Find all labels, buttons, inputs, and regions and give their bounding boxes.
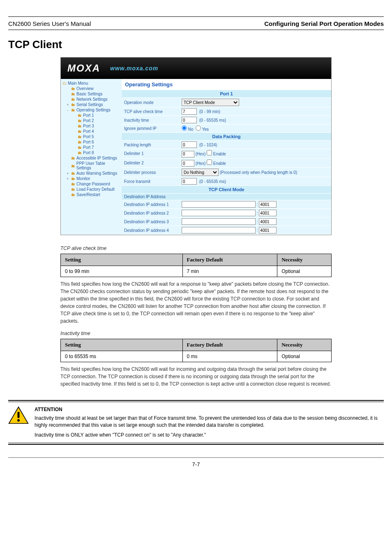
ft-input[interactable] [182, 178, 197, 185]
sidebar-item[interactable]: 🖿Network Settings [61, 97, 122, 102]
op-mode-select[interactable]: TCP Client Mode [182, 99, 239, 106]
folder-icon: 🖿 [71, 164, 75, 168]
folder-icon: 🖿 [78, 124, 82, 128]
moxa-logo: MOXA [67, 62, 100, 74]
alive-input[interactable] [182, 108, 197, 115]
attention-p1: Inactivity time should at least be set l… [35, 415, 384, 429]
d1-enable-checkbox[interactable] [207, 150, 212, 155]
dest-label: Destination IP address 2 [122, 209, 179, 217]
sidebar-item-label: Load Factory Default [76, 187, 115, 192]
sidebar-item-label: Auto Warning Settings [76, 171, 117, 176]
th-setting: Setting [61, 339, 183, 351]
th-default: Factory Default [182, 339, 277, 351]
dp-select[interactable]: Do Nothing [182, 169, 219, 176]
sidebar-item[interactable]: 🖿Change Password [61, 181, 122, 187]
folder-icon: 🖿 [71, 171, 75, 176]
sidebar-item[interactable]: 🖿Basic Settings [61, 91, 122, 97]
folder-icon: 🖿 [71, 192, 75, 197]
attention-p2: Inactivity time is ONLY active when "TCP… [35, 432, 384, 439]
dest-ip-input[interactable] [182, 218, 256, 225]
sidebar-item-label: Port 5 [83, 134, 94, 139]
client-header: TCP Client Mode [122, 186, 331, 194]
th-necessity: Necessity [277, 254, 332, 266]
sidebar-item-label: Operating Settings [76, 108, 111, 112]
folder-icon: 🖿 [78, 145, 82, 150]
sidebar-item[interactable]: 🖿Save/Restart [61, 192, 122, 197]
sidebar-item-label: Port 6 [83, 140, 94, 144]
section-name: Configuring Serial Port Operation Modes [264, 20, 384, 27]
jammed-yes-radio[interactable] [196, 125, 201, 131]
inactivity-table: Setting Factory Default Necessity 0 to 6… [60, 339, 332, 362]
sidebar-item[interactable]: 🖿Load Factory Default [61, 187, 122, 192]
dp-label: Delimiter process [122, 168, 179, 177]
d1-input[interactable] [182, 151, 194, 157]
sidebar-item[interactable]: 🖿Port 2 [61, 118, 122, 123]
alive-check-table: Setting Factory Default Necessity 0 to 9… [60, 254, 332, 277]
sidebar-root[interactable]: 🗀Main Menu [61, 81, 122, 86]
sidebar-item-label: Change Password [76, 182, 110, 186]
section-title: TCP Client [8, 38, 384, 51]
sidebar-item-label: Overview [76, 86, 94, 91]
dest-ip-input[interactable] [182, 227, 256, 234]
folder-icon: 🖿 [78, 113, 82, 118]
jammed-no-radio[interactable] [182, 125, 187, 131]
dest-port-input[interactable] [259, 227, 277, 234]
d2-input[interactable] [182, 160, 194, 166]
svg-rect-1 [18, 412, 20, 418]
ft-label: Force transmit [122, 177, 179, 186]
folder-icon: 🖿 [71, 176, 75, 181]
folder-icon: 🖿 [78, 140, 82, 144]
sidebar-item-label: Port 3 [83, 124, 94, 128]
sidebar-item[interactable]: +🖿Auto Warning Settings [61, 171, 122, 176]
warning-icon [8, 406, 29, 426]
sidebar-item[interactable]: 🖿Port 7 [61, 145, 122, 150]
sidebar-item[interactable]: 🖿Port 4 [61, 129, 122, 134]
dest-port-input[interactable] [259, 210, 277, 216]
dest-ip-input[interactable] [182, 201, 256, 208]
para-alive-check: This field specifies how long the CN2600… [60, 280, 332, 325]
port-header: Port 1 [122, 90, 331, 98]
product-name: CN2600 Series User's Manual [8, 20, 91, 27]
inact-input[interactable] [182, 117, 197, 123]
attention-head: ATTENTION [35, 406, 384, 413]
sidebar-item[interactable]: 🖿Accessible IP Settings [61, 155, 122, 161]
folder-icon: 🖿 [78, 134, 82, 139]
sidebar-item-label: Basic Settings [76, 92, 102, 96]
sidebar-item[interactable]: +🖿Monitor [61, 176, 122, 181]
sidebar-item-label: Save/Restart [76, 192, 100, 197]
dest-port-input[interactable] [259, 201, 277, 208]
main-panel: Operating Settings Port 1 Operation mode… [122, 79, 331, 235]
table1-lead: TCP alive check time [60, 245, 332, 251]
d2-label: Delimiter 2 [122, 158, 179, 168]
sidebar-item[interactable]: 🖿Port 6 [61, 139, 122, 145]
dest-port-input[interactable] [259, 218, 277, 225]
app-header: MOXA www.moxa.com [61, 58, 331, 79]
folder-icon: 🖿 [78, 150, 82, 155]
folder-icon: 🗀 [62, 81, 67, 86]
dest-label: Destination IP address 3 [122, 217, 179, 226]
sidebar-item-label: Port 2 [83, 118, 94, 123]
sidebar-item[interactable]: 🖿Overview [61, 86, 122, 91]
dest-label: Destination IP address 1 [122, 200, 179, 209]
sidebar-item[interactable]: 🖿Port 5 [61, 134, 122, 139]
folder-icon: 🖿 [71, 92, 75, 96]
d2-enable-checkbox[interactable] [207, 160, 212, 165]
sidebar-item[interactable]: 🖿Port 3 [61, 123, 122, 129]
sidebar-item[interactable]: 🖿Port 1 [61, 113, 122, 118]
folder-icon: 🖿 [71, 97, 75, 102]
alive-label: TCP alive check time [122, 107, 179, 116]
sidebar-item-label: Port 8 [83, 150, 94, 155]
sidebar-item-label: PPP User Table Settings [76, 161, 120, 170]
sidebar-tree: 🗀Main Menu 🖿Overview🖿Basic Settings🖿Netw… [61, 79, 122, 235]
folder-icon: 🖿 [71, 108, 75, 112]
packlen-input[interactable] [182, 141, 197, 148]
moxa-url: www.moxa.com [110, 65, 158, 72]
sidebar-item[interactable]: +🖿Serial Settings [61, 102, 122, 107]
attention-box: ATTENTION Inactivity time should at leas… [8, 400, 384, 445]
sidebar-item[interactable]: 🖿PPP User Table Settings [61, 161, 122, 171]
folder-icon: 🖿 [78, 129, 82, 134]
sidebar-item[interactable]: -🖿Operating Settings [61, 107, 122, 113]
dest-ip-input[interactable] [182, 210, 256, 216]
dest-label: Destination IP address 4 [122, 226, 179, 235]
sidebar-item[interactable]: 🖿Port 8 [61, 150, 122, 155]
